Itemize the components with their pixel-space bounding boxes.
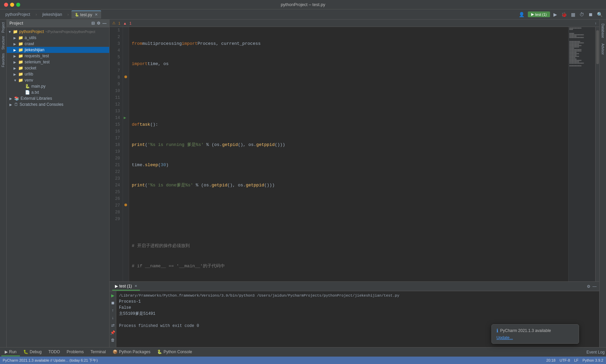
tab-run[interactable]: ▶ Run bbox=[1, 348, 20, 356]
file-tab-label: test.py bbox=[80, 12, 92, 17]
project-sidebar-icon[interactable]: Project bbox=[1, 21, 6, 34]
run-config-icon[interactable]: ▶ bbox=[553, 11, 558, 18]
rerun-icon[interactable]: ▶ bbox=[111, 293, 115, 299]
file-tab-test-py[interactable]: 🐍 test.py ✕ bbox=[71, 10, 101, 19]
tab-terminal[interactable]: Terminal bbox=[87, 348, 109, 356]
code-line-3 bbox=[132, 81, 566, 88]
tab-problems[interactable]: Problems bbox=[63, 348, 87, 356]
maximize-button[interactable] bbox=[16, 3, 20, 7]
hide-panel-icon[interactable]: — bbox=[102, 21, 107, 26]
root-folder-icon: 📁 bbox=[13, 29, 18, 34]
tree-item-crawl[interactable]: ▶ 📁 crawl bbox=[7, 41, 109, 47]
tree-item-scratches[interactable]: ▶ 🗒 Scratches and Consoles bbox=[7, 101, 109, 108]
tab-debug[interactable]: 🐛 Debug bbox=[20, 348, 45, 356]
tree-item-jiekeshijian[interactable]: ▶ 📁 jiekeshijian bbox=[7, 47, 109, 53]
code-line-12: # if __name__ == '__main__'的子代码中 bbox=[132, 263, 566, 270]
tab-python-packages[interactable]: 📦 Python Packages bbox=[109, 348, 154, 356]
database-sidebar-label[interactable]: Database bbox=[600, 21, 605, 41]
coverage-icon[interactable]: ▦ bbox=[570, 11, 576, 18]
notification-title-area: ℹ PyCharm 2021.1.3 available bbox=[496, 328, 574, 333]
notification-update-link[interactable]: Update... bbox=[496, 335, 513, 340]
run-left-icons: ▶ ⏹ ↑ ↓ ⇄ 📌 🗑 bbox=[110, 291, 116, 347]
favorites-sidebar-icon[interactable]: Favorites bbox=[1, 52, 6, 68]
close-tab-icon[interactable]: ✕ bbox=[95, 12, 98, 17]
arrow-requests_test: ▶ bbox=[13, 54, 18, 58]
structure-sidebar-icon[interactable]: Structure bbox=[1, 35, 6, 51]
scrollbar-thumb[interactable] bbox=[596, 30, 599, 64]
py-file-icon: 🐍 bbox=[75, 13, 79, 17]
stop-icon[interactable]: ⏹ bbox=[587, 11, 594, 18]
minimize-button[interactable] bbox=[10, 3, 14, 7]
wrap-icon[interactable]: ⇄ bbox=[111, 322, 115, 328]
breakpoint-dot-8[interactable] bbox=[124, 75, 127, 78]
project-tab[interactable]: pythonProject bbox=[3, 11, 33, 18]
stop-run-icon[interactable]: ⏹ bbox=[110, 300, 116, 306]
toolbar: pythonProject › jiekeshijian › 🐍 test.py… bbox=[0, 9, 606, 20]
code-line-2: import time, os bbox=[132, 61, 566, 67]
advisor-sidebar-label[interactable]: Advisor bbox=[600, 41, 605, 57]
run-tab-active[interactable]: ▶ test (1) ✕ bbox=[112, 282, 140, 291]
tree-item-venv[interactable]: ▼ 📁 venv bbox=[7, 77, 109, 83]
settings-icon[interactable]: ⚙ bbox=[97, 21, 100, 26]
label-crawl: crawl bbox=[25, 41, 34, 46]
tree-root[interactable]: ▼ 📁 pythonProject ~/PycharmProjects/pyth… bbox=[7, 29, 109, 35]
debug-icon[interactable]: 🐞 bbox=[560, 11, 568, 18]
search-icon[interactable]: 🔍 bbox=[596, 11, 603, 18]
tab-python-console[interactable]: 🐍 Python Console bbox=[154, 348, 195, 356]
problems-tab-text: Problems bbox=[67, 350, 84, 354]
tree-item-urllib[interactable]: ▶ 📁 urllib bbox=[7, 71, 109, 77]
arrow-urllib: ▶ bbox=[13, 72, 18, 76]
breadcrumb-jiekeshijian[interactable]: jiekeshijian bbox=[39, 11, 65, 18]
pin-icon[interactable]: 📌 bbox=[110, 330, 116, 336]
label-jiekeshijian: jiekeshijian bbox=[25, 48, 44, 52]
label-venv: venv bbox=[25, 78, 33, 83]
status-python-version: Python 3.9.2 bbox=[582, 358, 603, 362]
tab-todo[interactable]: TODO bbox=[45, 348, 63, 356]
tree-item-external-libs[interactable]: ▶ 📚 External Libraries bbox=[7, 95, 109, 101]
collapse-all-icon[interactable]: ⊟ bbox=[91, 21, 95, 26]
tree-item-requests_test[interactable]: ▶ 📁 requests_test bbox=[7, 53, 109, 59]
editor-area: ⚠ 1 ▲ 1 ↑ 12345 678910 1112131415 161718… bbox=[110, 20, 599, 347]
profile-icon[interactable]: ⏱ bbox=[579, 11, 585, 18]
folder-jiekeshijian-icon: 📁 bbox=[18, 48, 23, 52]
tree-item-a_utils[interactable]: ▶ 📁 a_utils bbox=[7, 35, 109, 41]
code-line-5: def task(): bbox=[132, 121, 566, 128]
label-requests_test: requests_test bbox=[25, 54, 49, 58]
code-content[interactable]: from multiprocessing import Process, cur… bbox=[129, 27, 568, 281]
run-icon: ▶ bbox=[531, 12, 534, 17]
status-position: 20:18 bbox=[546, 358, 556, 362]
tree-item-a-txt[interactable]: ▶ 📄 a.txt bbox=[7, 89, 109, 95]
scroll-up-icon[interactable]: ↑ bbox=[111, 307, 115, 313]
tree-item-selenium_test[interactable]: ▶ 📁 selenium_test bbox=[7, 59, 109, 65]
warning-header: ⚠ 1 ▲ 1 ↑ bbox=[110, 20, 599, 27]
close-button[interactable] bbox=[4, 3, 8, 7]
error-count: 1 bbox=[129, 21, 131, 25]
arrow-venv: ▼ bbox=[13, 79, 18, 82]
python-console-text: Python Console bbox=[163, 350, 192, 354]
code-editor[interactable]: 12345 678910 1112131415 1617181920 21222… bbox=[110, 27, 599, 281]
bottom-tabs-bar: ▶ Run 🐛 Debug TODO Problems Terminal 📦 P… bbox=[0, 347, 606, 357]
folder-venv-icon: 📁 bbox=[18, 78, 23, 83]
code-line-10 bbox=[132, 222, 566, 229]
editor-scrollbar[interactable] bbox=[595, 27, 599, 281]
panel-header-icons: ⊟ ⚙ — bbox=[91, 21, 107, 26]
run-tab-close[interactable]: ✕ bbox=[134, 284, 137, 288]
run-button[interactable]: ▶ test (1) bbox=[528, 11, 550, 17]
git-icon[interactable]: 👤 bbox=[518, 11, 525, 18]
error-icon: ▲ bbox=[123, 21, 127, 25]
run-gutter-icon: ▶ bbox=[124, 115, 126, 121]
breakpoint-dot-27[interactable] bbox=[124, 204, 127, 206]
output-line-3: 主55109爹是51491 bbox=[119, 311, 597, 317]
tree-item-main-py[interactable]: ▶ 🐍 main.py bbox=[7, 83, 109, 89]
run-panel-hide-icon[interactable]: — bbox=[593, 284, 597, 289]
line-numbers: 12345 678910 1112131415 1617181920 21222… bbox=[110, 27, 123, 281]
notification-popup: ℹ PyCharm 2021.1.3 available Update... bbox=[491, 324, 579, 344]
event-log-tab[interactable]: Event Log bbox=[586, 350, 605, 355]
tree-item-socket[interactable]: ▶ 📁 socket bbox=[7, 65, 109, 71]
clear-icon[interactable]: 🗑 bbox=[110, 337, 116, 343]
run-command-line: /Library/Frameworks/Python.framework/Ver… bbox=[119, 293, 597, 299]
run-settings-icon[interactable]: ⚙ bbox=[587, 284, 590, 289]
scroll-end-icon[interactable]: ↓ bbox=[111, 315, 115, 321]
status-bar-right: 20:18 UTF-8 LF Python 3.9.2 bbox=[546, 358, 603, 362]
external-libs-icon: 📚 bbox=[14, 96, 19, 101]
